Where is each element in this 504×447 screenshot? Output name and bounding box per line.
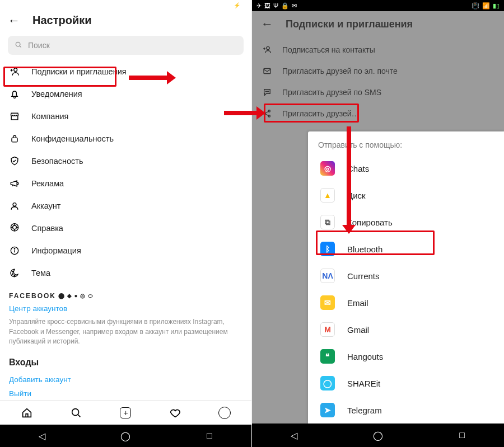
image-status-icon: 🖼 xyxy=(264,2,270,10)
fb-app-icons: ⬤ ◆ ● ◎ ⬭ xyxy=(58,293,94,299)
vibrate-status-icon: 📳 xyxy=(472,2,479,10)
share-option-label: Email xyxy=(347,298,368,308)
share-option-hangouts[interactable]: ❝Hangouts xyxy=(308,343,504,370)
menu-item-help[interactable]: Справка xyxy=(0,217,251,239)
android-nav-bar: ◁ ◯ □ xyxy=(252,424,504,447)
svg-point-0 xyxy=(16,42,20,46)
svg-point-18 xyxy=(14,275,15,276)
back-icon[interactable]: ← xyxy=(8,15,20,27)
share-option-label: Bluetooth xyxy=(347,244,382,254)
nav-back-icon[interactable]: ◁ xyxy=(283,430,305,441)
share-option-shareit[interactable]: ◯SHAREit xyxy=(308,370,504,397)
status-bar: ✈ 🖼 Ψ 🔒 ✉ 📳 📶 ▮▯ xyxy=(252,0,504,11)
share-option-label: Telegram xyxy=(347,406,382,415)
lock-icon xyxy=(9,133,22,144)
status-right-icons: 📳 📶 ▮▯ xyxy=(472,2,500,10)
usb-status-icon: Ψ xyxy=(273,2,278,10)
shield-icon xyxy=(9,156,22,167)
email-icon: ✉ xyxy=(320,295,335,310)
wifi-status-icon: 📶 xyxy=(482,2,490,10)
account-center-description: Управляйте кросс-сервисными функциями в … xyxy=(9,313,242,346)
nav-home-icon[interactable]: ◯ xyxy=(367,430,389,441)
share-sheet-title: Отправить с помощью: xyxy=(308,131,504,155)
theme-icon xyxy=(9,267,22,279)
share-option-label: SHAREit xyxy=(347,379,380,388)
search-input[interactable]: Поиск xyxy=(8,36,244,55)
user-icon xyxy=(9,200,22,211)
svg-point-2 xyxy=(14,68,17,72)
search-icon xyxy=(15,41,22,50)
shareit-icon: ◯ xyxy=(320,376,335,390)
chats-icon: ◎ xyxy=(320,161,335,176)
mail-status-icon: ✉ xyxy=(292,2,297,10)
left-screen: ⚡ ← Настройки Поиск Подписки и приглашен… xyxy=(0,0,252,447)
status-bar: ⚡ xyxy=(0,0,251,10)
tab-activity-icon[interactable] xyxy=(164,407,186,419)
share-option-label: Currents xyxy=(347,271,380,281)
share-option-label: Копировать xyxy=(347,218,393,227)
копировать-icon: ⧉ xyxy=(320,215,335,229)
account-center-link[interactable]: Центр аккаунтов xyxy=(9,300,242,313)
tab-search-icon[interactable] xyxy=(65,407,87,419)
facebook-section: FACEBOOK ⬤ ◆ ● ◎ ⬭ Центр аккаунтов Управ… xyxy=(0,286,251,346)
charging-icon: ⚡ xyxy=(234,2,240,8)
right-screen: ✈ 🖼 Ψ 🔒 ✉ 📳 📶 ▮▯ ← Подписки и приглашени… xyxy=(252,0,504,447)
search-placeholder: Поиск xyxy=(28,41,50,50)
share-option-email[interactable]: ✉Email xyxy=(308,289,504,316)
share-option-currents[interactable]: ΝΛCurrents xyxy=(308,262,504,289)
menu-item-security[interactable]: Безопасность xyxy=(0,150,251,172)
menu-item-subscriptions[interactable]: Подписки и приглашения xyxy=(0,60,251,83)
nav-back-icon[interactable]: ◁ xyxy=(31,431,53,441)
menu-item-notifications[interactable]: Уведомления xyxy=(0,83,251,105)
add-person-icon xyxy=(9,66,22,77)
android-nav-bar: ◁ ◯ □ xyxy=(0,425,251,447)
share-option-копировать[interactable]: ⧉Копировать xyxy=(308,209,504,236)
bottom-tab-bar: + xyxy=(0,400,251,425)
menu-item-ads[interactable]: Реклама xyxy=(0,172,251,195)
hangouts-icon: ❝ xyxy=(320,349,335,364)
status-left-icons: ✈ 🖼 Ψ 🔒 ✉ xyxy=(256,2,297,10)
menu-item-theme[interactable]: Тема xyxy=(0,262,251,284)
tab-home-icon[interactable] xyxy=(16,407,38,419)
tab-profile-icon[interactable] xyxy=(213,407,236,419)
logout-link[interactable]: Выйти xyxy=(0,384,251,400)
gmail-icon: M xyxy=(320,322,335,337)
menu-item-info[interactable]: Информация xyxy=(0,239,251,262)
add-account-link[interactable]: Добавить аккаунт xyxy=(0,371,251,384)
page-title: Настройки xyxy=(32,14,92,27)
svg-point-17 xyxy=(12,274,13,275)
currents-icon: ΝΛ xyxy=(320,269,335,283)
lock-status-icon: 🔒 xyxy=(281,2,289,10)
svg-point-6 xyxy=(13,203,16,206)
info-icon xyxy=(9,245,22,256)
share-option-label: Chats xyxy=(347,164,369,173)
share-option-диск[interactable]: ▲Диск xyxy=(308,182,504,209)
share-option-label: Диск xyxy=(347,191,366,200)
menu-item-account[interactable]: Аккаунт xyxy=(0,195,251,217)
bell-icon xyxy=(9,88,22,100)
battery-status-icon: ▮▯ xyxy=(493,2,500,10)
logins-title: Входы xyxy=(0,346,251,371)
share-option-chats[interactable]: ◎Chats xyxy=(308,155,504,182)
menu-item-privacy[interactable]: Конфиденциальность xyxy=(0,128,251,150)
settings-menu: Подписки и приглашения Уведомления Компа… xyxy=(0,58,251,286)
svg-point-7 xyxy=(13,225,17,229)
svg-line-20 xyxy=(78,415,80,417)
telegram-status-icon: ✈ xyxy=(256,2,262,10)
right-body: ← Подписки и приглашения Подписаться на … xyxy=(252,11,504,424)
nav-recent-icon[interactable]: □ xyxy=(451,430,473,440)
megaphone-icon xyxy=(9,178,22,189)
shop-icon xyxy=(9,111,22,122)
share-option-telegram[interactable]: ➤Telegram xyxy=(308,397,504,424)
tab-create-icon[interactable]: + xyxy=(114,407,137,418)
share-option-bluetooth[interactable]: ᛒBluetooth xyxy=(308,236,504,262)
nav-recent-icon[interactable]: □ xyxy=(198,431,221,441)
telegram-icon: ➤ xyxy=(320,403,335,417)
svg-point-15 xyxy=(14,248,15,249)
menu-item-company[interactable]: Компания xyxy=(0,105,251,128)
share-option-label: Gmail xyxy=(347,325,369,335)
svg-line-1 xyxy=(20,46,21,48)
share-option-gmail[interactable]: MGmail xyxy=(308,316,504,343)
help-icon xyxy=(9,223,22,234)
nav-home-icon[interactable]: ◯ xyxy=(114,431,137,441)
